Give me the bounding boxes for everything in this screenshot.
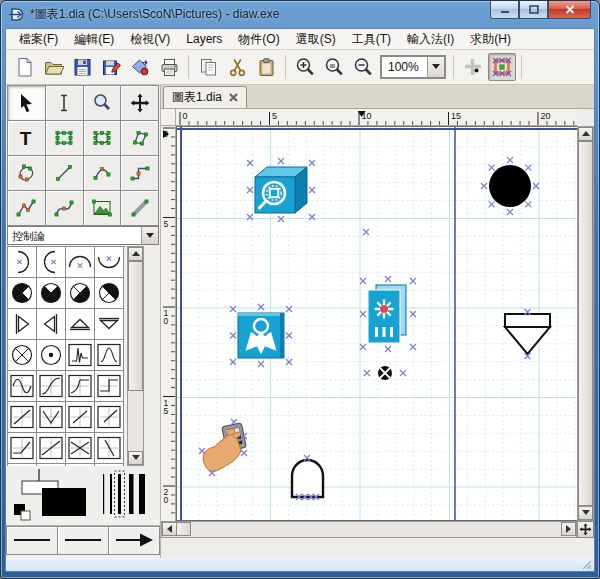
end-arrow-style[interactable] — [109, 526, 160, 555]
export-button[interactable] — [126, 53, 154, 81]
menu-item-9[interactable]: 求助(H) — [463, 29, 518, 50]
slope-box[interactable] — [66, 402, 95, 433]
product-circle[interactable] — [8, 340, 37, 371]
scroll-up-icon[interactable] — [128, 247, 143, 261]
linear-box[interactable] — [37, 433, 66, 464]
zoom-out-button[interactable] — [349, 53, 377, 81]
diagram-tab[interactable]: 圖表1.dia — [163, 86, 247, 108]
resize-grip[interactable] — [581, 559, 592, 570]
cut-button[interactable] — [223, 53, 251, 81]
copy-button[interactable] — [194, 53, 222, 81]
close-button[interactable] — [548, 1, 591, 19]
magnify-tool[interactable] — [84, 86, 122, 121]
menu-item-1[interactable]: 檔案(F) — [12, 29, 65, 50]
arc-left[interactable] — [37, 247, 66, 278]
arc-top[interactable] — [66, 247, 95, 278]
proportional-box[interactable] — [8, 402, 37, 433]
ellipse-tool[interactable] — [84, 121, 122, 156]
zoom-original-button[interactable] — [320, 53, 348, 81]
begin-arrow-style[interactable] — [6, 526, 58, 555]
text-tool[interactable]: T — [8, 121, 46, 156]
sum-junction-4[interactable] — [95, 278, 124, 309]
relay-right[interactable] — [8, 309, 37, 340]
halfslope-box[interactable] — [95, 402, 124, 433]
chevron-down-icon[interactable] — [141, 227, 158, 244]
quadrant-dot[interactable] — [364, 366, 406, 380]
saturation-box[interactable] — [66, 371, 95, 402]
bezierline-tool[interactable] — [46, 191, 84, 226]
gaussian-box[interactable] — [95, 340, 124, 371]
image-tool[interactable] — [84, 191, 122, 226]
palette-scrollbar[interactable] — [127, 246, 144, 466]
ramp-box[interactable] — [8, 433, 37, 464]
scroll-down-icon[interactable] — [128, 451, 143, 465]
outline-tool[interactable] — [121, 191, 159, 226]
vertical-scrollbar-thumb[interactable] — [578, 141, 593, 506]
fan-box[interactable] — [360, 276, 416, 352]
scroll-up-icon[interactable] — [578, 127, 593, 141]
polyline-tool[interactable] — [8, 191, 46, 226]
absolute-box[interactable] — [37, 402, 66, 433]
pan-button[interactable] — [577, 521, 594, 538]
relay-up[interactable] — [66, 309, 95, 340]
negslope-box[interactable] — [95, 433, 124, 464]
sum-junction-3[interactable] — [66, 278, 95, 309]
sum-junction-1[interactable] — [8, 278, 37, 309]
new-diagram-button[interactable] — [10, 53, 38, 81]
sigmoid-box[interactable] — [37, 371, 66, 402]
connection-points-toggle[interactable] — [488, 53, 516, 81]
tab-close-icon[interactable] — [229, 93, 238, 102]
sine-box[interactable] — [8, 371, 37, 402]
vertical-scrollbar[interactable] — [577, 126, 594, 521]
polygon-tool[interactable] — [121, 121, 159, 156]
scroll-left-icon[interactable] — [162, 522, 177, 536]
menu-item-6[interactable]: 選取(S) — [289, 29, 343, 50]
beziergon-tool[interactable] — [8, 156, 46, 191]
zigzagline-tool[interactable] — [121, 156, 159, 191]
box-tool[interactable] — [46, 121, 84, 156]
impulse-box[interactable] — [66, 340, 95, 371]
menu-item-4[interactable]: Layers — [179, 30, 229, 48]
maximize-button[interactable] — [519, 1, 548, 19]
menu-item-5[interactable]: 物件(O) — [231, 29, 286, 50]
menu-item-7[interactable]: 工具(T) — [345, 29, 398, 50]
relay-down[interactable] — [95, 309, 124, 340]
hand-with-device[interactable] — [199, 419, 247, 476]
palette-scrollbar-thumb[interactable] — [128, 261, 143, 391]
scroll-down-icon[interactable] — [578, 506, 593, 520]
arc-right[interactable] — [8, 247, 37, 278]
menu-item-8[interactable]: 輸入法(I) — [400, 29, 461, 50]
horizontal-scrollbar[interactable] — [161, 521, 577, 538]
scroll-right-icon[interactable] — [561, 522, 576, 536]
diagram-canvas[interactable] — [177, 127, 577, 521]
color-selector[interactable] — [14, 469, 86, 520]
dome[interactable] — [292, 455, 323, 500]
minimize-button[interactable] — [490, 1, 519, 19]
sensor-circle[interactable] — [37, 340, 66, 371]
cube-with-magnifier[interactable] — [247, 158, 315, 222]
snap-to-grid-toggle[interactable] — [459, 53, 487, 81]
black-circle[interactable] — [481, 157, 539, 215]
line-tool[interactable] — [46, 156, 84, 191]
connection-cross[interactable] — [363, 229, 369, 235]
zoom-combo[interactable]: 100% — [380, 55, 446, 79]
print-button[interactable] — [155, 53, 183, 81]
menu-item-2[interactable]: 編輯(E) — [67, 29, 121, 50]
save-diagram-button[interactable] — [68, 53, 96, 81]
broadcast-box[interactable] — [230, 304, 292, 367]
chevron-down-icon[interactable] — [427, 57, 444, 77]
arc-bottom[interactable] — [95, 247, 124, 278]
paste-button[interactable] — [252, 53, 280, 81]
arc-tool[interactable] — [84, 156, 122, 191]
textedit-tool[interactable] — [46, 86, 84, 121]
zoom-in-button[interactable] — [291, 53, 319, 81]
menu-item-3[interactable]: 檢視(V) — [123, 29, 177, 50]
canvas-viewport[interactable] — [176, 126, 577, 521]
sheet-selector[interactable]: 控制論 — [7, 226, 159, 245]
line-width-selector[interactable] — [103, 471, 145, 517]
horizontal-scrollbar-thumb[interactable] — [176, 522, 191, 536]
funnel[interactable] — [505, 309, 550, 359]
save-as-button[interactable] — [97, 53, 125, 81]
modify-tool[interactable] — [8, 86, 46, 121]
relay-left[interactable] — [37, 309, 66, 340]
